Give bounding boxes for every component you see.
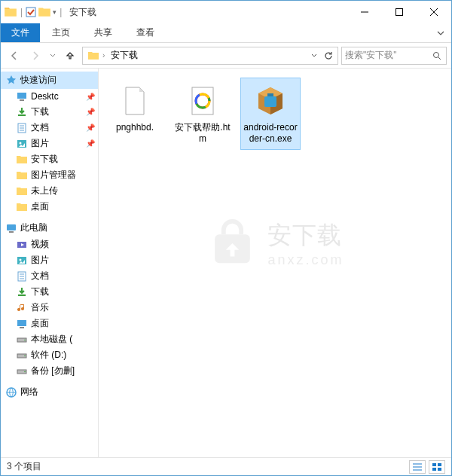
status-item-count: 3 个项目 (7, 460, 41, 473)
svg-rect-2 (396, 9, 403, 16)
sidebar-item[interactable]: 图片管理器 (1, 167, 98, 183)
close-button[interactable] (417, 1, 451, 23)
sidebar-item-label: 软件 (D:) (31, 349, 66, 362)
drive-icon (16, 349, 28, 362)
sidebar-item[interactable]: 本地磁盘 ( (1, 331, 98, 347)
svg-rect-0 (26, 8, 35, 17)
navigation-pane[interactable]: 快速访问 Desktc📌下载📌文档📌图片📌安下载图片管理器未上传桌面 此电脑 视… (1, 69, 99, 457)
svg-rect-26 (17, 320, 26, 326)
sidebar-item-label: 备份 [勿删] (31, 365, 75, 377)
folder-icon[interactable] (38, 5, 51, 19)
sidebar-this-pc-header[interactable]: 此电脑 (1, 219, 98, 236)
file-type-icon (252, 83, 289, 119)
sidebar-item-label: 下载 (31, 285, 49, 298)
file-item[interactable]: pnghhbd. (105, 78, 165, 150)
sidebar-group-quick-access: 快速访问 Desktc📌下载📌文档📌图片📌安下载图片管理器未上传桌面 (1, 72, 98, 215)
sidebar-item[interactable]: 未上传 (1, 183, 98, 199)
svg-rect-46 (432, 463, 436, 466)
chevron-down-icon[interactable] (307, 47, 321, 65)
search-box[interactable]: 搜索"安下载" (341, 47, 447, 65)
recent-dropdown[interactable] (47, 47, 58, 65)
svg-rect-47 (438, 463, 441, 466)
file-item[interactable]: android-recorder-cn.exe (240, 78, 301, 150)
svg-rect-25 (18, 294, 26, 296)
sidebar-item[interactable]: 软件 (D:) (1, 347, 98, 363)
refresh-button[interactable] (321, 47, 336, 65)
breadcrumb-label: 安下载 (111, 49, 138, 62)
window-controls (347, 1, 451, 23)
sidebar-item[interactable]: 视频 (1, 236, 98, 252)
drive-icon (16, 365, 28, 377)
sidebar-item[interactable]: 图片 (1, 252, 98, 268)
breadcrumb-root[interactable]: › (84, 50, 108, 62)
nav-toolbar: › 安下载 搜索"安下载" (1, 43, 451, 69)
music-icon (16, 302, 28, 314)
ribbon-expand-button[interactable] (430, 23, 451, 42)
maximize-button[interactable] (382, 1, 417, 23)
minimize-button[interactable] (347, 1, 382, 23)
address-bar[interactable]: › 安下载 (82, 47, 338, 65)
sidebar-item[interactable]: 文档📌 (1, 120, 98, 136)
sidebar-item[interactable]: 音乐 (1, 300, 98, 316)
svg-rect-9 (18, 114, 26, 116)
folder-icon (4, 5, 17, 19)
download-icon (16, 106, 28, 118)
sidebar-item[interactable]: 下载📌 (1, 104, 98, 120)
forward-button[interactable] (26, 47, 44, 65)
sidebar-label: 快速访问 (20, 74, 56, 87)
sidebar-item-label: 桌面 (31, 317, 49, 330)
ribbon-tab-view[interactable]: 查看 (124, 23, 166, 42)
sidebar-item-label: Desktc (31, 91, 59, 102)
sidebar-item[interactable]: 下载 (1, 284, 98, 300)
sidebar-item-label: 本地磁盘 ( (31, 333, 72, 346)
file-view[interactable]: pnghhbd.安下载帮助.htmandroid-recorder-cn.exe… (99, 69, 451, 457)
svg-point-5 (434, 52, 439, 57)
sidebar-label: 此电脑 (20, 221, 47, 234)
picture-icon (16, 255, 28, 267)
sidebar-item[interactable]: 桌面 (1, 199, 98, 215)
sidebar-network-header[interactable]: 网络 (1, 383, 98, 401)
ribbon-tab-share[interactable]: 共享 (82, 23, 124, 42)
sidebar-item-label: 桌面 (31, 200, 49, 213)
svg-rect-17 (9, 231, 14, 233)
up-button[interactable] (61, 47, 79, 65)
folder-icon (16, 201, 28, 213)
ribbon-file-tab[interactable]: 文件 (1, 23, 40, 42)
folder-icon (16, 154, 28, 166)
file-item[interactable]: 安下载帮助.htm (173, 78, 233, 150)
sidebar-item[interactable]: 图片📌 (1, 136, 98, 151)
view-icons-button[interactable] (429, 460, 445, 474)
svg-point-20 (20, 258, 22, 261)
file-name-label: pnghhbd. (116, 122, 154, 133)
sidebar-item[interactable]: 备份 [勿删] (1, 363, 98, 379)
svg-rect-40 (264, 96, 276, 107)
svg-rect-42 (215, 235, 250, 264)
back-button[interactable] (5, 47, 23, 65)
svg-rect-16 (7, 224, 16, 230)
breadcrumb-item[interactable]: 安下载 (108, 49, 141, 62)
sidebar-quick-access-header[interactable]: 快速访问 (1, 72, 98, 89)
sidebar-item-label: 下载 (31, 105, 49, 118)
sidebar-item[interactable]: 安下载 (1, 151, 98, 167)
file-type-icon (117, 83, 153, 119)
checkbox-icon[interactable] (26, 7, 36, 17)
sidebar-item-label: 音乐 (31, 301, 49, 314)
pin-icon: 📌 (86, 93, 95, 101)
dropdown-icon[interactable]: ▾ (53, 8, 56, 16)
separator: | (20, 7, 23, 17)
svg-line-6 (438, 57, 441, 60)
pin-icon: 📌 (86, 139, 95, 148)
doc-icon (16, 122, 28, 134)
view-switcher (409, 460, 445, 474)
svg-point-15 (20, 142, 22, 144)
desktop-icon (16, 90, 28, 102)
folder-icon (16, 169, 28, 182)
search-icon (432, 51, 441, 60)
sidebar-item[interactable]: Desktc📌 (1, 89, 98, 104)
drive-icon (16, 334, 28, 346)
video-icon (16, 239, 28, 251)
sidebar-item[interactable]: 桌面 (1, 316, 98, 331)
view-details-button[interactable] (409, 460, 426, 474)
ribbon-tab-home[interactable]: 主页 (40, 23, 82, 42)
sidebar-item[interactable]: 文档 (1, 268, 98, 284)
